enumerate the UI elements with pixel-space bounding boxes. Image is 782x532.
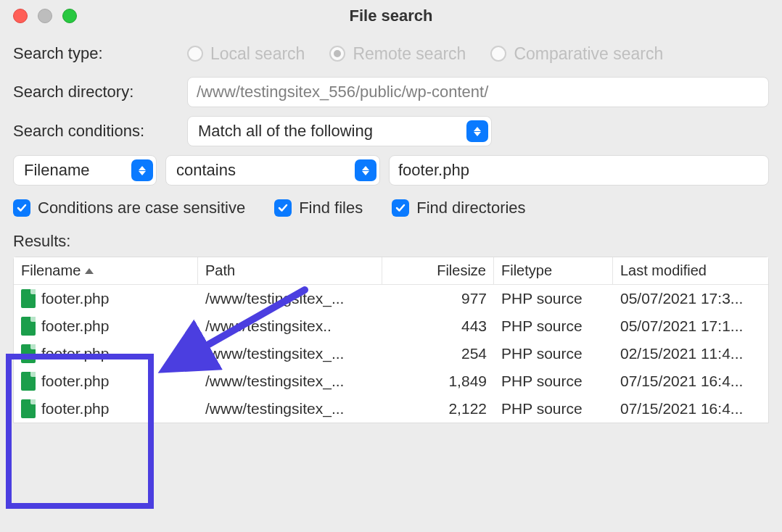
column-header-label: Filesize: [437, 262, 486, 279]
php-file-icon: [21, 289, 36, 308]
php-file-icon: [21, 317, 36, 336]
cell-filename: footer.php: [14, 317, 198, 336]
column-header-label: Filetype: [501, 262, 552, 279]
radio-local-search[interactable]: Local search: [187, 44, 305, 64]
cell-filesize: 1,849: [382, 373, 494, 390]
cell-lastmodified: 07/15/2021 16:4...: [613, 400, 768, 417]
php-file-icon: [21, 372, 36, 391]
radio-circle-icon: [329, 46, 345, 62]
condition-row: Filename contains footer.php: [13, 155, 769, 186]
cell-filename: footer.php: [14, 344, 198, 363]
column-header-label: Last modified: [620, 262, 707, 279]
sort-ascending-icon: [85, 268, 94, 274]
select-arrows-icon: [355, 159, 376, 181]
radio-circle-icon: [187, 46, 203, 62]
checkbox-label: Find directories: [416, 199, 525, 217]
match-mode-select[interactable]: Match all of the following: [187, 116, 492, 146]
checkbox-case-sensitive[interactable]: Conditions are case sensitive: [13, 199, 245, 217]
results-label: Results:: [13, 232, 769, 251]
cell-path: /www/testingsitex_...: [198, 345, 382, 362]
radio-circle-icon: [490, 46, 506, 62]
cell-filename: footer.php: [14, 289, 198, 308]
filename-text: footer.php: [41, 345, 109, 362]
checkbox-find-files[interactable]: Find files: [274, 199, 363, 217]
search-type-label: Search type:: [13, 44, 187, 63]
search-directory-label: Search directory:: [13, 83, 187, 101]
checkbox-icon: [392, 199, 409, 217]
select-arrows-icon: [466, 120, 488, 142]
radio-label: Comparative search: [514, 44, 663, 64]
table-row[interactable]: footer.php/www/testingsitex_...977PHP so…: [14, 285, 768, 312]
filename-text: footer.php: [41, 400, 109, 417]
select-arrows-icon: [131, 159, 153, 181]
php-file-icon: [21, 399, 36, 418]
input-value: /www/testingsitex_556/public/wp-content/: [197, 83, 488, 101]
radio-comparative-search[interactable]: Comparative search: [490, 44, 663, 64]
table-row[interactable]: footer.php/www/testingsitex_...2,122PHP …: [14, 395, 768, 423]
cell-filename: footer.php: [14, 399, 198, 418]
cell-filetype: PHP source: [494, 317, 613, 335]
checkbox-icon: [274, 199, 292, 217]
column-header-filename[interactable]: Filename: [14, 257, 198, 284]
select-value: contains: [176, 161, 236, 180]
window-title: File search: [0, 7, 782, 25]
cell-filetype: PHP source: [494, 345, 613, 362]
cell-filetype: PHP source: [494, 290, 613, 307]
cell-path: /www/testingsitex..: [198, 317, 382, 335]
select-value: Filename: [24, 161, 89, 180]
radio-label: Local search: [210, 44, 305, 64]
radio-remote-search[interactable]: Remote search: [329, 44, 466, 64]
cell-filesize: 254: [382, 345, 494, 362]
checkbox-find-directories[interactable]: Find directories: [392, 199, 525, 217]
column-header-filetype[interactable]: Filetype: [494, 257, 613, 284]
column-header-path[interactable]: Path: [198, 257, 382, 284]
cell-path: /www/testingsitex_...: [198, 290, 382, 307]
cell-filesize: 2,122: [382, 400, 494, 417]
filename-text: footer.php: [41, 290, 109, 307]
filename-text: footer.php: [41, 373, 109, 390]
cell-lastmodified: 05/07/2021 17:3...: [613, 290, 768, 307]
results-table: Filename Path Filesize Filetype Last mod…: [13, 257, 769, 423]
cell-filename: footer.php: [14, 372, 198, 391]
column-header-filesize[interactable]: Filesize: [382, 257, 494, 284]
search-conditions-label: Search conditions:: [13, 122, 187, 141]
cell-lastmodified: 05/07/2021 17:1...: [613, 317, 768, 335]
radio-label: Remote search: [353, 44, 466, 64]
condition-value-input[interactable]: footer.php: [389, 155, 769, 186]
window-titlebar: File search: [0, 0, 782, 32]
cell-lastmodified: 07/15/2021 16:4...: [613, 373, 768, 390]
cell-lastmodified: 02/15/2021 11:4...: [613, 345, 768, 362]
condition-field-select[interactable]: Filename: [13, 155, 157, 186]
cell-filetype: PHP source: [494, 373, 613, 390]
table-row[interactable]: footer.php/www/testingsitex_...254PHP so…: [14, 340, 768, 367]
cell-path: /www/testingsitex_...: [198, 400, 382, 417]
column-header-label: Path: [205, 262, 235, 279]
search-directory-input[interactable]: /www/testingsitex_556/public/wp-content/: [187, 77, 769, 107]
input-value: footer.php: [398, 161, 469, 180]
select-value: Match all of the following: [198, 122, 373, 141]
table-body: footer.php/www/testingsitex_...977PHP so…: [14, 285, 768, 423]
cell-filetype: PHP source: [494, 400, 613, 417]
table-row[interactable]: footer.php/www/testingsitex..443PHP sour…: [14, 312, 768, 340]
checkbox-label: Find files: [299, 199, 363, 217]
cell-filesize: 977: [382, 290, 494, 307]
cell-path: /www/testingsitex_...: [198, 373, 382, 390]
checkbox-icon: [13, 199, 30, 217]
search-type-radio-group: Local search Remote search Comparative s…: [187, 44, 663, 64]
table-row[interactable]: footer.php/www/testingsitex_...1,849PHP …: [14, 367, 768, 395]
filename-text: footer.php: [41, 317, 109, 335]
php-file-icon: [21, 344, 36, 363]
table-header-row: Filename Path Filesize Filetype Last mod…: [14, 257, 768, 285]
checkbox-label: Conditions are case sensitive: [38, 199, 245, 217]
column-header-label: Filename: [21, 262, 81, 279]
cell-filesize: 443: [382, 317, 494, 335]
column-header-lastmodified[interactable]: Last modified: [613, 257, 768, 284]
condition-operator-select[interactable]: contains: [165, 155, 380, 186]
